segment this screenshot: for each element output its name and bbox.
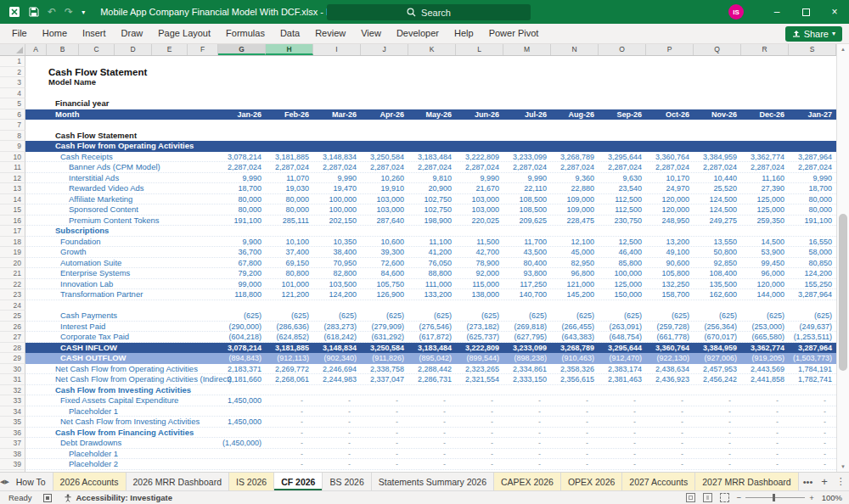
cell[interactable]: 9,990 [218,173,266,183]
cell[interactable] [313,141,361,152]
cell[interactable]: - [456,459,503,469]
cell[interactable] [313,120,361,131]
cell[interactable] [503,226,551,236]
cell[interactable]: 2,287,024 [313,162,361,172]
cell[interactable]: (895,042) [408,353,456,364]
row-number-21[interactable]: 21 [0,268,25,279]
row-number-24[interactable]: 24 [0,300,25,311]
cell[interactable]: - [408,406,456,417]
row-label[interactable]: Model Name [25,77,218,88]
cell[interactable]: 2,181,660 [218,374,266,384]
cell[interactable]: 2,287,024 [551,162,599,172]
cell[interactable] [456,131,503,142]
cell[interactable]: 1,450,000 [218,417,266,427]
zoom-track[interactable] [745,497,805,498]
cell[interactable] [218,300,266,311]
cell[interactable]: 76,050 [408,258,456,268]
cell[interactable] [551,88,599,99]
cell[interactable]: (618,242) [313,332,361,342]
cell[interactable]: 9,990 [789,173,836,183]
cell[interactable] [694,56,741,67]
cell[interactable] [456,300,503,311]
cell[interactable]: 10,350 [313,237,361,247]
scroll-up-icon[interactable]: ▲ [837,44,849,54]
cell[interactable]: 2,356,615 [551,374,599,384]
row-number-5[interactable]: 5 [0,98,25,109]
cell[interactable]: 124,200 [789,268,836,278]
cell[interactable]: Nov-26 [694,109,741,120]
cell[interactable]: - [741,449,789,459]
cell[interactable]: - [646,395,694,406]
cell[interactable]: 42,700 [456,247,503,257]
cell[interactable]: 25,520 [694,183,741,193]
row-number-29[interactable]: 29 [0,353,25,364]
cell[interactable] [646,77,694,88]
cell[interactable]: 3,287,964 [789,343,836,354]
vertical-scrollbar[interactable]: ▲ ▼ [836,44,849,472]
cell[interactable] [313,88,361,99]
cell[interactable]: 100,000 [599,268,646,278]
cell[interactable] [361,131,408,142]
cell[interactable] [266,385,313,395]
cell[interactable]: - [503,428,551,438]
row-number-28[interactable]: 28 [0,343,25,354]
row-label[interactable]: Placeholder 1 [25,449,218,459]
cell[interactable]: 3,181,885 [266,152,313,162]
cell[interactable]: 115,000 [456,279,503,289]
cell[interactable] [408,77,456,88]
scroll-down-icon[interactable]: ▼ [837,462,849,472]
cell[interactable]: 125,000 [741,194,789,204]
row-label[interactable]: Debt Drawdowns [25,438,218,448]
cell[interactable] [789,98,836,109]
cell[interactable]: (894,843) [218,353,266,364]
cell[interactable]: 230,750 [599,216,646,226]
cell[interactable]: - [456,417,503,427]
cell[interactable]: (266,455) [551,322,599,332]
page-layout-view-icon[interactable] [703,493,712,502]
cell[interactable] [266,67,313,78]
row-number-11[interactable]: 11 [0,162,25,173]
cell[interactable]: (625,737) [456,332,503,342]
cell[interactable]: 100,000 [313,194,361,204]
row-label[interactable]: Cash Flow Statement [25,67,218,78]
cell[interactable]: 3,287,964 [789,289,836,300]
cell[interactable]: - [694,438,741,448]
cell[interactable] [408,88,456,99]
zoom-out-icon[interactable]: − [737,493,742,502]
cell[interactable]: - [313,438,361,448]
row-number-20[interactable]: 20 [0,258,25,269]
cell[interactable]: 1,784,191 [789,364,836,374]
cell[interactable]: 2,287,024 [694,162,741,172]
cell[interactable]: (665,580) [741,332,789,342]
cell[interactable] [694,226,741,236]
cell[interactable]: (625) [646,311,694,321]
cell[interactable]: 2,383,174 [599,364,646,374]
sheet-tab-2027-mrr-dashboard[interactable]: 2027 MRR Dashboard [695,473,798,490]
cell[interactable]: 58,000 [789,247,836,257]
cell[interactable]: (912,470) [599,353,646,364]
cell[interactable]: - [361,428,408,438]
cell[interactable]: 22,880 [551,183,599,193]
cell[interactable]: - [503,395,551,406]
cell[interactable]: 80,000 [789,204,836,215]
cell[interactable] [361,98,408,109]
cell[interactable] [741,77,789,88]
cell[interactable] [741,120,789,131]
zoom-in-icon[interactable]: + [809,493,814,502]
cell[interactable]: - [266,459,313,469]
cell[interactable] [218,88,266,99]
cell[interactable]: 23,540 [599,183,646,193]
cell[interactable]: (625) [218,311,266,321]
cell[interactable]: - [408,438,456,448]
row-label[interactable]: Automation Suite [25,258,218,268]
cell[interactable]: 39,300 [361,247,408,257]
cell[interactable]: - [266,428,313,438]
restore-button[interactable] [791,0,820,24]
cell[interactable]: - [266,395,313,406]
cell[interactable]: - [361,438,408,448]
column-header-Q[interactable]: Q [694,44,741,55]
cell[interactable]: 18,700 [789,183,836,193]
cell[interactable]: 103,000 [361,194,408,204]
cell[interactable]: - [361,417,408,427]
cell[interactable]: - [599,417,646,427]
